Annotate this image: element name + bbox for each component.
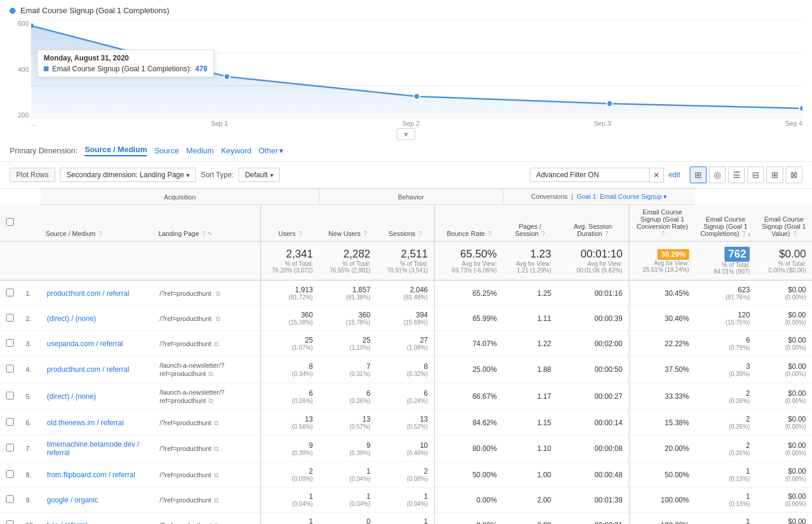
row1-check[interactable] [0,280,20,306]
users-header[interactable]: Users ? [261,205,319,242]
dim-other[interactable]: Other ▾ [258,146,283,155]
pages-session-header[interactable]: Pages / Session ? [503,205,557,242]
data-table: Acquisition Behavior Conversions | Goal … [0,189,812,524]
row1-source[interactable]: producthunt.com / referral [41,280,153,306]
row2-conv: 30.46% [629,306,695,331]
svg-point-8 [606,101,612,107]
goal-value-help: ? [793,231,796,237]
view-pie-icon[interactable]: ◎ [709,166,726,183]
plot-rows-button[interactable]: Plot Rows [10,168,55,182]
avg-session-header[interactable]: Avg. Session Duration ? [557,205,629,242]
data-table-container: Acquisition Behavior Conversions | Goal … [0,189,812,524]
new-users-header[interactable]: New Users ? [319,205,376,242]
row1-avg-session: 00:01:16 [557,280,629,306]
sessions-header[interactable]: Sessions ? [376,205,434,242]
table-row: 6. old.thenews.im / referral /?ref=produ… [0,410,812,435]
table-row: 8. from.flipboard.com / referral /?ref=p… [0,462,812,487]
tooltip-dot [44,66,49,71]
new-users-label: New Users [328,230,361,237]
row2-num: 2. [20,306,41,331]
y-label-200: 200 [10,111,29,119]
y-label-600: 600 [10,20,29,27]
row1-copy-icon[interactable]: ⧉ [216,290,221,297]
toolbar: Plot Rows Secondary dimension: Landing P… [0,162,812,189]
totals-conv-rate: 30.29% Avg for View: 25.61% (18.24%) [629,241,695,280]
row2-pages: 1.11 [503,306,557,331]
totals-avg-session: 00:01:10 Avg for View: 00:01:06 (5.82%) [557,241,629,280]
row2-source[interactable]: (direct) / (none) [41,306,153,331]
row2-copy-icon[interactable]: ⧉ [216,315,221,322]
table-row: 2. (direct) / (none) /?ref=producthunt ⧉… [0,306,812,331]
check-all-header[interactable] [0,205,20,242]
view-list-icon[interactable]: ☰ [728,166,745,183]
table-row: 10. t.co / referral /?ref=producthunt⧉ 1… [0,513,812,525]
dim-keyword[interactable]: Keyword [221,146,252,155]
completions-header[interactable]: Email Course Signup (Goal 1 Completions)… [695,205,756,242]
source-medium-help: ? [99,231,102,237]
bounce-rate-header[interactable]: Bounce Rate ? [434,205,503,242]
table-row: 3. usepanda.com / referral /?ref=product… [0,331,812,356]
sort-type-label: Sort Type: [201,171,233,179]
tooltip-value: 479 [195,65,207,73]
totals-conv-rate-val: 30.29% [657,249,689,260]
row2-check[interactable] [0,306,20,331]
svg-point-7 [414,93,420,99]
check-all-checkbox[interactable] [6,218,14,226]
table-row: 4. producthunt.com / referral /launch-a-… [0,356,812,383]
dim-medium[interactable]: Medium [186,146,214,155]
secondary-dim-select[interactable]: Secondary dimension: Landing Page ▾ [60,168,196,182]
view-custom-icon[interactable]: ⊠ [786,166,802,183]
row1-completions: 623 (81.76%) [695,280,756,306]
secondary-dim-chevron: ▾ [186,172,189,178]
svg-point-6 [224,74,230,80]
conv-rate-header[interactable]: Email Course Signup (Goal 1 Conversion R… [629,205,695,242]
source-medium-label: Source / Medium [46,230,95,237]
conv-rate-label: Email Course Signup (Goal 1 Conversion R… [637,208,689,230]
totals-bounce: 65.50% Avg for View: 69.73% (-6.06%) [434,241,503,280]
row2-sessions: 394 (15.69%) [376,306,434,331]
dim-source-medium[interactable]: Source / Medium [84,145,147,156]
filter-edit-link[interactable]: edit [669,171,680,179]
totals-completions-val: 762 [725,247,750,262]
totals-goal-val: $0.00 [762,248,806,261]
goal-label: Goal 1: Email Course Signup [576,193,662,200]
landing-page-header[interactable]: Landing Page ? ✎ [153,205,261,242]
source-medium-header[interactable]: Source / Medium ? [41,205,153,242]
pages-session-label: Pages / Session [515,223,542,237]
x-label-dots: ... [31,120,37,127]
row2-new-users: 360 (15.78%) [319,306,376,331]
row1-new-users: 1,857 (81.38%) [319,280,376,306]
totals-dim-empty [41,241,261,280]
chart-expand-btn[interactable]: ▼ [397,128,416,140]
goal-value-header[interactable]: Email Course Signup (Goal 1 Value) ? [756,205,812,242]
totals-bounce-val: 65.50% [441,248,497,261]
view-table-icon[interactable]: ⊞ [690,166,707,183]
bounce-rate-label: Bounce Rate [446,230,485,237]
totals-conv-rate-sub: Avg for View: 25.61% (18.24%) [636,260,689,273]
acquisition-section-header: Acquisition [41,189,319,205]
row1-pages: 1.25 [503,280,557,306]
totals-completions: 762 % of Total: 84.01% (907) [695,241,756,280]
totals-users: 2,341 % of Total: 76.20% (3,072) [261,241,319,280]
landing-page-edit[interactable]: ✎ [207,231,212,237]
dim-source[interactable]: Source [154,146,179,155]
conversions-label: Conversions [531,193,568,200]
view-compare-icon[interactable]: ⊞ [766,166,783,183]
row2-avg: 00:00:39 [557,306,629,331]
row1-users: 1,913 (81.72%) [261,280,319,306]
conversions-section-header: Conversions | Goal 1: Email Course Signu… [503,189,695,205]
chart-tooltip: Monday, August 31, 2020 Email Course Sig… [37,50,214,77]
totals-avg-val: 00:01:10 [563,248,623,261]
totals-goal-value: $0.00 % of Total: 0.00% ($0.00) [756,241,812,280]
filter-clear-button[interactable]: ✕ [650,168,664,183]
users-label: Users [279,230,296,237]
view-pivot-icon[interactable]: ⊟ [747,166,764,183]
tooltip-date: Monday, August 31, 2020 [44,54,207,62]
totals-empty [0,241,41,280]
table-row: 7. timemachine.betamode.dev / referral /… [0,435,812,462]
goal-chevron[interactable]: ▾ [663,193,667,200]
totals-completions-pct: % of Total: 84.01% (907) [701,262,750,275]
row1-landing-url: /?ref=producthunt [159,290,212,297]
row1-sessions: 2,046 (81.48%) [376,280,434,306]
sort-default-select[interactable]: Default ▾ [239,168,280,182]
